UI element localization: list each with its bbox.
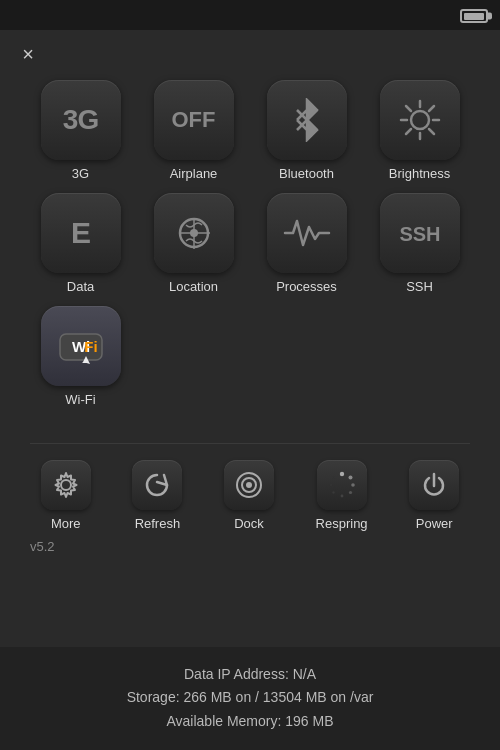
brightness-icon — [398, 98, 442, 142]
grid-row-3: Wi Fi Wi-Fi — [30, 306, 470, 407]
close-button[interactable]: × — [16, 42, 40, 66]
status-bar — [0, 0, 500, 32]
toolbar: More Refresh Dock — [0, 460, 500, 531]
refresh-icon — [142, 470, 172, 500]
svg-point-23 — [246, 482, 252, 488]
svg-line-8 — [429, 106, 434, 111]
respring-label: Respring — [316, 516, 368, 531]
svg-point-28 — [340, 495, 343, 498]
processes-icon-box — [267, 193, 347, 273]
ssh-icon: SSH — [394, 211, 446, 255]
svg-point-31 — [332, 477, 334, 479]
processes-label: Processes — [276, 279, 337, 294]
refresh-label: Refresh — [135, 516, 181, 531]
wifi-label: Wi-Fi — [65, 392, 95, 407]
toolbar-item-more[interactable]: More — [41, 460, 91, 531]
toolbar-item-respring[interactable]: Respring — [316, 460, 368, 531]
info-line-2: Storage: 266 MB on / 13504 MB on /var — [20, 686, 480, 710]
ssh-icon-box: SSH — [380, 193, 460, 273]
divider — [30, 443, 470, 444]
power-icon-box — [409, 460, 459, 510]
toolbar-item-power[interactable]: Power — [409, 460, 459, 531]
grid-item-ssh[interactable]: SSH SSH — [369, 193, 470, 294]
svg-point-24 — [339, 472, 343, 476]
bluetooth-icon-box — [267, 80, 347, 160]
airplane-icon: OFF — [172, 107, 216, 133]
bluetooth-icon — [289, 98, 325, 142]
bluetooth-label: Bluetooth — [279, 166, 334, 181]
power-label: Power — [416, 516, 453, 531]
data-icon: E — [61, 211, 101, 255]
toolbar-item-refresh[interactable]: Refresh — [132, 460, 182, 531]
data-label: Data — [67, 279, 94, 294]
grid-item-brightness[interactable]: Brightness — [369, 80, 470, 181]
grid-item-data[interactable]: E Data — [30, 193, 131, 294]
wifi-icon-box: Wi Fi — [41, 306, 121, 386]
dock-icon-box — [224, 460, 274, 510]
3g-icon: 3G — [63, 104, 98, 136]
svg-text:Fi: Fi — [84, 338, 97, 355]
location-icon-box — [154, 193, 234, 273]
data-icon-box: E — [41, 193, 121, 273]
main-panel: × 3G 3G OFF Airplane — [0, 30, 500, 750]
3g-icon-box: 3G — [41, 80, 121, 160]
grid-row-2: E Data Location — [30, 193, 470, 294]
info-line-3: Available Memory: 196 MB — [20, 710, 480, 734]
refresh-icon-box — [132, 460, 182, 510]
respring-icon-box — [317, 460, 367, 510]
airplane-icon-box: OFF — [154, 80, 234, 160]
svg-point-29 — [332, 491, 334, 493]
svg-point-27 — [348, 491, 351, 494]
svg-line-6 — [406, 106, 411, 111]
info-line-1: Data IP Address: N/A — [20, 663, 480, 687]
3g-label: 3G — [72, 166, 89, 181]
svg-point-30 — [329, 484, 331, 486]
more-icon-box — [41, 460, 91, 510]
dock-icon — [234, 470, 264, 500]
svg-point-25 — [348, 476, 352, 480]
dock-label: Dock — [234, 516, 264, 531]
gear-icon — [51, 470, 81, 500]
processes-icon — [281, 211, 333, 255]
grid-item-airplane[interactable]: OFF Airplane — [143, 80, 244, 181]
toolbar-item-dock[interactable]: Dock — [224, 460, 274, 531]
version-text: v5.2 — [0, 531, 500, 554]
grid-item-location[interactable]: Location — [143, 193, 244, 294]
svg-point-20 — [61, 480, 71, 490]
info-area: Data IP Address: N/A Storage: 266 MB on … — [0, 647, 500, 750]
grid-item-processes[interactable]: Processes — [256, 193, 357, 294]
location-icon — [172, 211, 216, 255]
grid-item-bluetooth[interactable]: Bluetooth — [256, 80, 357, 181]
airplane-label: Airplane — [170, 166, 218, 181]
battery-icon — [460, 9, 488, 23]
power-icon — [419, 470, 449, 500]
svg-point-26 — [351, 483, 355, 487]
svg-text:E: E — [70, 216, 90, 249]
grid-row-1: 3G 3G OFF Airplane — [30, 80, 470, 181]
grid-container: 3G 3G OFF Airplane — [0, 30, 500, 427]
more-label: More — [51, 516, 81, 531]
grid-item-wifi[interactable]: Wi Fi Wi-Fi — [30, 306, 131, 407]
brightness-label: Brightness — [389, 166, 450, 181]
svg-text:SSH: SSH — [399, 223, 440, 245]
ssh-label: SSH — [406, 279, 433, 294]
location-label: Location — [169, 279, 218, 294]
wifi-icon: Wi Fi — [54, 324, 108, 368]
brightness-icon-box — [380, 80, 460, 160]
grid-item-3g[interactable]: 3G 3G — [30, 80, 131, 181]
svg-line-7 — [429, 129, 434, 134]
respring-icon — [327, 470, 357, 500]
svg-point-1 — [411, 111, 429, 129]
svg-line-9 — [406, 129, 411, 134]
